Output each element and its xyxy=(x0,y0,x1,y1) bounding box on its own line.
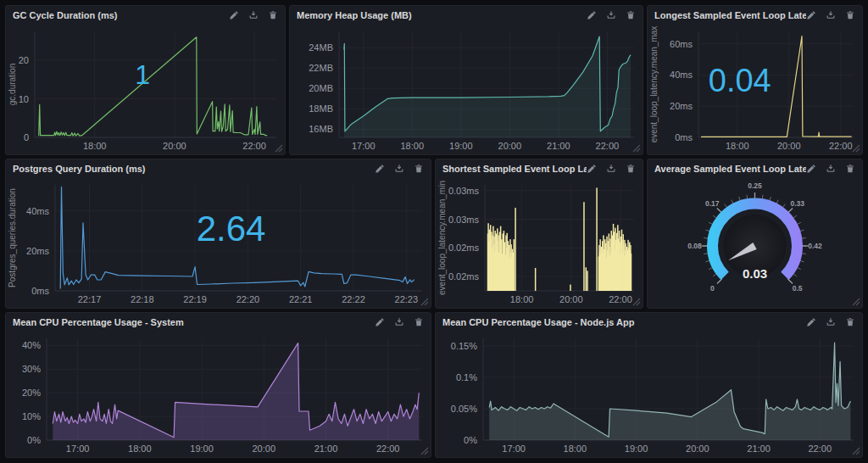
panel-actions xyxy=(587,164,636,174)
postgres-duration-chart[interactable]: 22:1722:1822:1922:2022:2122:2222:230ms20… xyxy=(6,178,431,308)
svg-text:22MB: 22MB xyxy=(309,63,333,73)
download-icon[interactable] xyxy=(394,317,404,327)
panel-header[interactable]: Mean CPU Percentage Usage - Node.js App xyxy=(436,313,862,332)
svg-text:21:00: 21:00 xyxy=(314,443,338,454)
chart-canvas: 18:0020:0022:0001020gc.duration xyxy=(6,25,285,154)
svg-text:40ms: 40ms xyxy=(26,206,49,216)
svg-text:20:00: 20:00 xyxy=(498,141,522,151)
edit-icon[interactable] xyxy=(587,164,597,174)
svg-text:0.08: 0.08 xyxy=(687,242,702,250)
svg-text:30%: 30% xyxy=(22,364,41,374)
resize-handle[interactable] xyxy=(852,298,860,306)
panel-postgres-query-duration: Postgres Query Duration (ms) 22:1722:182… xyxy=(5,159,431,309)
panel-header[interactable]: Mean CPU Percentage Usage - System xyxy=(6,313,431,332)
panel-title[interactable]: Shortest Sampled Event Loop Latency (ms) xyxy=(442,164,587,174)
svg-text:20:00: 20:00 xyxy=(559,294,583,304)
resize-handle[interactable] xyxy=(420,447,429,455)
svg-text:22:20: 22:20 xyxy=(236,294,260,304)
panel-title[interactable]: Mean CPU Percentage Usage - Node.js App xyxy=(442,317,806,327)
svg-text:0.03ms: 0.03ms xyxy=(448,186,480,196)
cpu-system-chart[interactable]: 17:0018:0019:0020:0021:0022:000%10%20%30… xyxy=(6,332,431,457)
svg-text:0%: 0% xyxy=(464,435,477,445)
svg-text:0ms: 0ms xyxy=(675,132,693,142)
svg-text:10: 10 xyxy=(19,94,29,104)
trash-icon[interactable] xyxy=(626,164,636,174)
edit-icon[interactable] xyxy=(806,10,816,20)
svg-text:18:00: 18:00 xyxy=(401,141,425,151)
panel-title[interactable]: Average Sampled Event Loop Latency (ms) xyxy=(654,164,806,174)
svg-text:17:00: 17:00 xyxy=(66,443,90,454)
trash-icon[interactable] xyxy=(414,164,424,174)
svg-text:22:00: 22:00 xyxy=(376,443,400,454)
svg-text:20:00: 20:00 xyxy=(163,141,186,151)
panel-title[interactable]: Longest Sampled Event Loop Latency (ms) xyxy=(654,10,806,20)
resize-handle[interactable] xyxy=(852,447,860,455)
grafana-dashboard: GC Cycle Duration (ms) 18:0020:0022:0001… xyxy=(0,0,868,463)
trash-icon[interactable] xyxy=(626,10,636,20)
panel-header[interactable]: GC Cycle Duration (ms) xyxy=(6,6,285,25)
svg-text:20:00: 20:00 xyxy=(686,443,709,454)
download-icon[interactable] xyxy=(826,164,836,174)
panel-header[interactable]: Shortest Sampled Event Loop Latency (ms) xyxy=(436,159,643,178)
svg-text:0.5: 0.5 xyxy=(793,284,803,293)
download-icon[interactable] xyxy=(826,317,836,327)
trash-icon[interactable] xyxy=(268,10,278,20)
resize-handle[interactable] xyxy=(420,298,429,306)
edit-icon[interactable] xyxy=(375,164,385,174)
resize-handle[interactable] xyxy=(632,298,641,306)
resize-handle[interactable] xyxy=(852,144,860,153)
resize-handle[interactable] xyxy=(275,144,283,153)
edit-icon[interactable] xyxy=(587,10,597,20)
svg-text:22:00: 22:00 xyxy=(809,443,832,454)
memory-heap-chart[interactable]: 17:0018:0019:0020:0021:0022:0016MB18MB20… xyxy=(290,25,643,154)
edit-icon[interactable] xyxy=(806,164,816,174)
trash-icon[interactable] xyxy=(845,10,855,20)
svg-text:22:19: 22:19 xyxy=(183,294,207,304)
download-icon[interactable] xyxy=(606,164,616,174)
svg-text:22:00: 22:00 xyxy=(596,141,620,151)
panel-actions xyxy=(806,164,855,174)
download-icon[interactable] xyxy=(394,164,404,174)
trash-icon[interactable] xyxy=(845,164,855,174)
svg-text:22:00: 22:00 xyxy=(242,141,266,151)
svg-text:40ms: 40ms xyxy=(670,70,693,80)
panel-title[interactable]: Postgres Query Duration (ms) xyxy=(13,164,375,174)
panel-header[interactable]: Average Sampled Event Loop Latency (ms) xyxy=(648,159,862,178)
edit-icon[interactable] xyxy=(375,317,385,327)
download-icon[interactable] xyxy=(606,10,616,20)
panel-cpu-usage-nodejs: Mean CPU Percentage Usage - Node.js App … xyxy=(435,312,863,458)
panel-average-event-loop-latency: Average Sampled Event Loop Latency (ms) … xyxy=(647,159,863,309)
chart-canvas: 22:1722:1822:1922:2022:2122:2222:230ms20… xyxy=(6,178,431,308)
panel-title[interactable]: Mean CPU Percentage Usage - System xyxy=(13,317,375,327)
gc-duration-chart[interactable]: 18:0020:0022:0001020gc.duration xyxy=(6,25,285,154)
svg-text:0.05%: 0.05% xyxy=(451,404,477,414)
cpu-nodejs-chart[interactable]: 17:0018:0019:0020:0021:0022:000%0.05%0.1… xyxy=(436,332,862,457)
gauge-value: 0.03 xyxy=(743,266,767,281)
svg-text:22:17: 22:17 xyxy=(78,294,102,304)
panel-header[interactable]: Postgres Query Duration (ms) xyxy=(6,159,431,178)
panel-shortest-event-loop-latency: Shortest Sampled Event Loop Latency (ms)… xyxy=(435,159,643,309)
svg-text:17:00: 17:00 xyxy=(502,443,526,454)
panel-header[interactable]: Longest Sampled Event Loop Latency (ms) xyxy=(648,6,862,25)
trash-icon[interactable] xyxy=(414,317,424,327)
chart-canvas: 17:0018:0019:0020:0021:0022:000%10%20%30… xyxy=(6,332,431,457)
panel-header[interactable]: Memory Heap Usage (MB) xyxy=(290,6,643,25)
resize-handle[interactable] xyxy=(632,144,641,153)
panel-title[interactable]: Memory Heap Usage (MB) xyxy=(297,10,587,20)
download-icon[interactable] xyxy=(826,10,836,20)
svg-text:18:00: 18:00 xyxy=(564,443,587,454)
svg-text:0.42: 0.42 xyxy=(808,242,822,250)
edit-icon[interactable] xyxy=(806,317,816,327)
edit-icon[interactable] xyxy=(229,10,239,20)
panel-title[interactable]: GC Cycle Duration (ms) xyxy=(13,10,229,20)
svg-text:0.03ms: 0.03ms xyxy=(448,215,480,225)
shortest-latency-chart[interactable]: 18:0020:0022:000.02ms0.02ms0.03ms0.03mse… xyxy=(436,178,643,308)
trash-icon[interactable] xyxy=(845,317,855,327)
svg-text:18:00: 18:00 xyxy=(510,294,534,304)
longest-latency-chart[interactable]: 18:0020:0022:000ms20ms40ms60msevent_loop… xyxy=(648,25,862,154)
panel-actions xyxy=(375,317,424,327)
gauge-canvas: 00.080.170.250.330.420.5 xyxy=(648,178,862,308)
svg-text:0.1%: 0.1% xyxy=(456,372,477,382)
svg-text:22:21: 22:21 xyxy=(289,294,313,304)
download-icon[interactable] xyxy=(248,10,259,20)
